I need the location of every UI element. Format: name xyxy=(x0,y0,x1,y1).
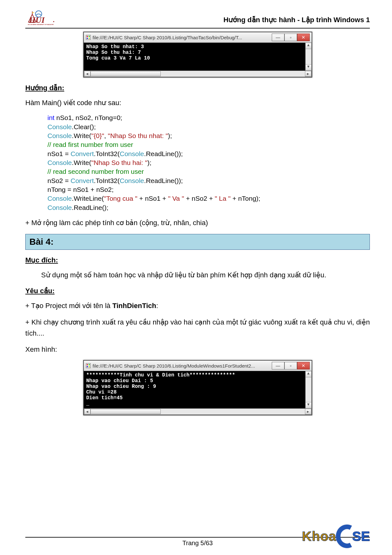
svg-text:.: . xyxy=(53,16,55,23)
svg-text:HO CHI MINH UNIVERSITY OF INDU: HO CHI MINH UNIVERSITY OF INDUSTRY xyxy=(28,24,54,25)
header-divider xyxy=(25,28,370,28)
scroll-up-icon[interactable]: ▲ xyxy=(306,43,311,49)
bai4-section-header: Bài 4: xyxy=(25,234,370,250)
khoa-cse-logo: Khoa SE xyxy=(302,524,370,549)
scroll-down-icon[interactable]: ▼ xyxy=(306,402,311,408)
code-sample: int nSo1, nSo2, nTong=0; Console.Clear()… xyxy=(47,113,370,212)
vertical-scrollbar[interactable]: ▲▼ xyxy=(305,43,312,71)
scroll-left-icon[interactable]: ◄ xyxy=(84,409,90,414)
close-button[interactable]: ✕ xyxy=(297,34,310,41)
close-button[interactable]: ✕ xyxy=(297,362,310,369)
hui-logo: HUI . HO CHI MINH UNIVERSITY OF INDUSTRY xyxy=(25,9,60,25)
vertical-scrollbar[interactable]: ▲▼ xyxy=(305,371,312,408)
console2-titlebar: file:///E:/HUI/C Sharp/C Sharp 2010/6.Li… xyxy=(84,361,312,371)
guide-intro: Hàm Main() viết code như sau: xyxy=(25,97,370,108)
svg-rect-7 xyxy=(87,38,88,39)
scroll-down-icon[interactable]: ▼ xyxy=(306,64,311,70)
muc-dich-heading: Mục đích: xyxy=(25,256,370,264)
console-app-icon xyxy=(86,363,91,368)
page-number: Trang 5/63 xyxy=(183,539,213,547)
horizontal-scrollbar[interactable]: ◄ ► xyxy=(84,408,312,415)
console2-output: ***********Tinh chu vi & Dien tich******… xyxy=(84,371,312,408)
minimize-button[interactable]: — xyxy=(272,362,284,369)
header-title: Hướng dẫn thực hành - Lập trình Windows … xyxy=(223,16,370,25)
muc-dich-text: Sử dụng một số hàm toán học và nhập dữ l… xyxy=(25,269,370,281)
expand-note: + Mở rộng làm các phép tính cơ bản (cộng… xyxy=(25,217,370,228)
svg-text:HUI: HUI xyxy=(29,16,45,25)
scrollbar-thumb[interactable] xyxy=(90,71,161,76)
svg-rect-12 xyxy=(87,366,88,367)
scroll-right-icon[interactable]: ► xyxy=(305,71,311,77)
svg-rect-13 xyxy=(89,366,90,367)
scroll-left-icon[interactable]: ◄ xyxy=(84,71,90,77)
svg-rect-5 xyxy=(87,36,88,37)
scroll-up-icon[interactable]: ▲ xyxy=(306,371,311,377)
requirement-1: + Tạo Project mới với tên là TinhDienTic… xyxy=(25,300,370,311)
requirement-2: + Khi chạy chương trình xuất ra yêu cầu … xyxy=(25,317,370,339)
cse-c-icon xyxy=(336,524,355,549)
bai4-title: Bài 4: xyxy=(29,237,366,247)
svg-rect-10 xyxy=(87,364,88,365)
maximize-button[interactable]: ▫ xyxy=(284,34,297,41)
maximize-button[interactable]: ▫ xyxy=(284,362,297,369)
console-app-icon xyxy=(86,35,91,40)
scrollbar-thumb[interactable] xyxy=(90,409,161,414)
svg-rect-8 xyxy=(89,38,90,39)
console-window-1: file:///E:/HUI/C Sharp/C Sharp 2010/6.Li… xyxy=(83,32,312,78)
svg-rect-11 xyxy=(89,364,90,365)
console1-titlebar: file:///E:/HUI/C Sharp/C Sharp 2010/6.Li… xyxy=(84,32,312,43)
yeu-cau-heading: Yêu cầu: xyxy=(25,287,370,295)
console1-output: Nhap So thu nhat: 3 Nhap So thu hai: 7 T… xyxy=(84,43,312,71)
minimize-button[interactable]: — xyxy=(272,34,284,41)
scroll-right-icon[interactable]: ► xyxy=(305,409,311,414)
svg-rect-6 xyxy=(89,36,90,37)
horizontal-scrollbar[interactable]: ◄ ► xyxy=(84,71,312,77)
console-window-2: file:///E:/HUI/C Sharp/C Sharp 2010/6.Li… xyxy=(83,360,312,415)
guide-heading: Hướng dẫn: xyxy=(25,84,370,92)
console1-title: file:///E:/HUI/C Sharp/C Sharp 2010/6.Li… xyxy=(93,35,272,40)
xem-hinh: Xem hình: xyxy=(25,344,370,355)
console2-title: file:///E:/HUI/C Sharp/C Sharp 2010/6.Li… xyxy=(93,363,272,369)
